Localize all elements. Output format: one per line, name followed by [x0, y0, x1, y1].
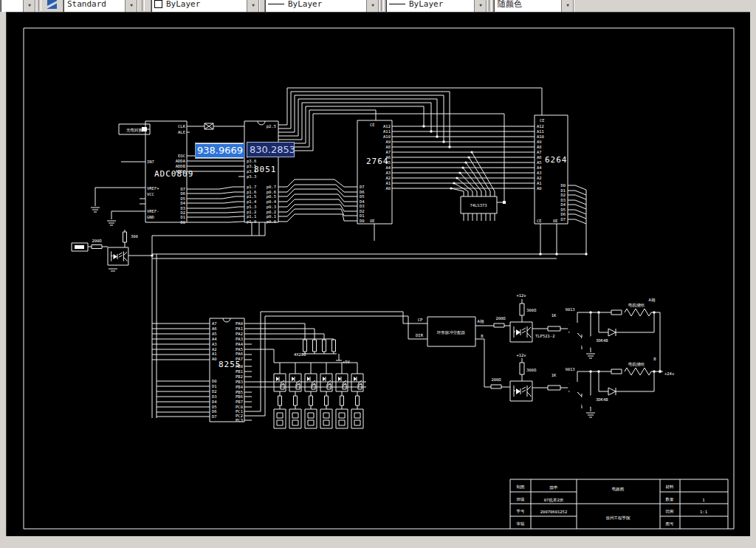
drawing-canvas[interactable]: 938.9669 830.2853	[6, 12, 751, 537]
terminal-label: A相	[649, 298, 656, 302]
chip-6264[interactable]: 6264 CE CE OE A12A11A10A9A8A7A6A5A4A3A2A…	[535, 115, 568, 224]
pio-pc-pins: PC0PC1PC2PC3	[236, 405, 243, 422]
sensor-chain[interactable]: 200Ω 300	[72, 226, 138, 265]
pulse-distributor[interactable]: 环形脉冲分配器 CP DIR	[416, 317, 475, 346]
linetype-combo[interactable]: ByLayer ▼	[264, 0, 379, 12]
pin-label: D4	[180, 201, 185, 205]
pin-label: D0	[212, 379, 217, 383]
pin-label: A1	[385, 181, 391, 185]
chevron-down-icon[interactable]: ▼	[474, 0, 487, 12]
winding-label: 电机绕组	[628, 303, 645, 308]
pin-label: D1	[180, 215, 185, 219]
title-block: 制图 班级 学号 审核 陈申 07机本2班 20070601252 电路图 徐州…	[510, 479, 728, 529]
pin-label: D6	[180, 191, 185, 196]
pin-label: PA4	[236, 342, 244, 346]
pin-label: A5	[537, 160, 542, 165]
pin-label: D6	[212, 409, 217, 414]
chevron-down-icon[interactable]: ▼	[125, 0, 137, 12]
titleblock-label: 材料	[665, 484, 675, 490]
distributor-label: 环形脉冲分配器	[437, 330, 466, 335]
transistor-label: 3DK4B	[596, 338, 608, 343]
chip-label: 6264	[545, 155, 568, 165]
chip-2764[interactable]: 2764 CE OE A12A11A10A9A8A7A6A5A4A3A2A1A0…	[357, 120, 392, 224]
adc-data-pins: D7D6D5D4D3D2D1D0	[180, 187, 185, 225]
pin-label: p3.3	[247, 174, 256, 179]
chevron-down-icon[interactable]: ▼	[366, 0, 379, 12]
autocad-window: ▼ Standard ▼ ByLayer ▼ ByLayer ▼ ByLayer…	[0, 0, 756, 548]
toolbar-partial-combo[interactable]: ▼	[0, 0, 36, 12]
pin-label: GND	[147, 215, 154, 219]
pin-label: p3.5	[247, 164, 256, 169]
pin-label: CE	[370, 123, 375, 127]
titleblock-label: 学号	[517, 509, 526, 513]
transistor-label: 3DK4B	[596, 397, 608, 402]
toolbar-separator	[489, 0, 492, 11]
pin-label: D1	[360, 213, 365, 218]
pin-label: PB6	[236, 394, 243, 399]
titleblock-value: 07机本2班	[544, 498, 564, 503]
pin-label: A12	[537, 124, 544, 129]
pin-label: PA0	[236, 321, 243, 326]
terminal-label: B	[653, 357, 656, 361]
pin-label: D5	[212, 405, 217, 409]
text-style-combo[interactable]: Standard ▼	[63, 0, 138, 12]
pin-label: PB2	[236, 374, 243, 379]
rom-data-pins: D7D6D5D4D3D2D1D0	[360, 185, 365, 223]
pin-label: D2	[212, 389, 217, 394]
pin-label: A4	[385, 165, 391, 170]
pin-label: A12	[383, 124, 391, 129]
resistor-label: 200Ω	[92, 239, 102, 243]
pin-label: D4	[560, 202, 566, 207]
pin-label: ADDC	[176, 169, 185, 174]
phase-a-driver[interactable]: A相 200Ω +12v 300Ω TLP521-2 1K 9013 3DK4B…	[478, 293, 656, 343]
adc-value-text-editing[interactable]: 830.2853	[247, 142, 295, 157]
pin-label: p3.4	[247, 169, 257, 174]
pin-label: D5	[180, 196, 185, 201]
pin-label: D5	[560, 208, 566, 212]
pin-label: PA5	[236, 347, 243, 352]
v12-label: +12v	[516, 293, 526, 298]
pio-data-pins: D0D1D2D3D4D5D6D7	[212, 379, 217, 419]
pin-label: OE	[370, 219, 375, 223]
pin-label: A2	[385, 176, 391, 180]
chip-74ls373[interactable]: 74LS373	[461, 196, 506, 213]
plotstyle-combo[interactable]: 随颜色 ▼	[493, 0, 574, 12]
chip-8255[interactable]: 8255 A7A6A5A4A3A2A1A0 D0D1D2D3D4D5D6D7 P…	[210, 318, 244, 422]
chevron-down-icon[interactable]: ▼	[561, 0, 574, 12]
chip-label: 74LS373	[470, 203, 487, 208]
cp-label: CP	[418, 318, 423, 322]
chevron-down-icon[interactable]: ▼	[247, 0, 259, 12]
titleblock-value: 1	[702, 498, 704, 502]
pin-label: CLK	[178, 124, 186, 129]
titleblock-label: 比例	[666, 509, 674, 514]
pin-label: VREF-	[147, 209, 159, 213]
titleblock-label: 数量	[666, 497, 675, 501]
adc-value-text-selected[interactable]: 938.9669	[195, 143, 244, 159]
pin-label: A11	[537, 129, 544, 134]
resistor-label: 1K	[551, 313, 557, 318]
color-combo[interactable]: ByLayer ▼	[151, 0, 260, 12]
toolbar: ▼ Standard ▼ ByLayer ▼ ByLayer ▼ ByLayer…	[0, 0, 756, 12]
pin-label: IN7	[147, 160, 154, 164]
pin-label: D4	[360, 199, 365, 204]
pin-label: D7	[180, 187, 185, 191]
pin-label: D0	[560, 183, 566, 188]
pin-label: PA3	[236, 337, 243, 341]
ram-data-pins: D0D1D2D3D4D5D6D7	[560, 183, 566, 222]
resistor-label: 1K	[551, 373, 557, 377]
layers-icon-button[interactable]	[44, 0, 59, 12]
chip-8051[interactable]: 8051 p2.5 p2.1p2.0 p3.2p3.6p3.5p3.4p3.3 …	[244, 121, 278, 225]
chevron-down-icon[interactable]: ▼	[23, 0, 35, 12]
pin-label: A1	[212, 352, 217, 356]
optocoupler-icon	[510, 322, 532, 342]
lineweight-combo[interactable]: ByLayer ▼	[385, 0, 487, 12]
chip-adc0809[interactable]: ADC0809 CLKALE EOCADDAADDBADDC IN7 VREF+…	[142, 121, 193, 225]
transistor-label: 9013	[565, 307, 574, 312]
resistor-array[interactable]: 4X200 +5V	[294, 340, 351, 364]
layers-icon	[47, 0, 57, 9]
vcc5-label: +5V	[343, 360, 351, 364]
pin-label: D2	[360, 209, 365, 213]
pin-label: VCC	[147, 192, 154, 196]
winding-label: 电机绕组	[628, 362, 645, 367]
toolbar-separator	[38, 0, 41, 11]
